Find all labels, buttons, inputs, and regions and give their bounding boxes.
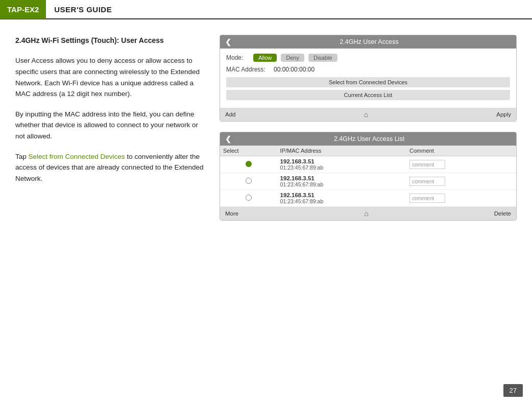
- mode-row: Mode: Allow Deny Disable: [226, 54, 510, 62]
- page-number: 27: [503, 384, 523, 397]
- screen1-body: Mode: Allow Deny Disable MAC Address: 00…: [220, 49, 516, 108]
- mac-label: MAC Address:: [226, 66, 270, 73]
- paragraph-2: By inputting the MAC address into the fi…: [15, 109, 204, 142]
- row-ip-mac-1: 192.168.3.5101:23:45:67:89:ab: [277, 173, 406, 190]
- screen2-more-btn[interactable]: More: [225, 210, 238, 217]
- radio-unselected[interactable]: [246, 195, 252, 201]
- ip-address: 192.168.3.51: [280, 192, 403, 198]
- screen1-back-arrow[interactable]: ❮: [225, 38, 231, 46]
- col-ip-mac-header: IP/MAC Address: [277, 146, 406, 156]
- row-ip-mac-0: 192.168.3.5101:23:45:67:89:ab: [277, 156, 406, 173]
- ip-address: 192.168.3.51: [280, 158, 403, 164]
- mac-row: MAC Address: 00:00:00:00:00: [226, 66, 510, 73]
- table-row: 192.168.3.5101:23:45:67:89:ab: [220, 190, 516, 207]
- comment-input-0[interactable]: [409, 160, 445, 169]
- radio-selected[interactable]: [246, 161, 252, 167]
- row-comment-1[interactable]: [406, 173, 516, 190]
- row-select-2[interactable]: [220, 190, 277, 207]
- radio-unselected[interactable]: [246, 178, 252, 184]
- row-ip-mac-2: 192.168.3.5101:23:45:67:89:ab: [277, 190, 406, 207]
- right-panels: ❮ 2.4GHz User Access Mode: Allow Deny Di…: [220, 35, 517, 221]
- screen2-access-list: ❮ 2.4GHz User Access List Select IP/MAC …: [220, 132, 517, 221]
- screen2-body: Select IP/MAC Address Comment 192.168.3.…: [220, 146, 516, 207]
- screen2-header: ❮ 2.4GHz User Access List: [220, 132, 516, 146]
- row-comment-0[interactable]: [406, 156, 516, 173]
- col-select-header: Select: [220, 146, 277, 156]
- screen2-home-icon[interactable]: ⌂: [364, 209, 368, 218]
- row-comment-2[interactable]: [406, 190, 516, 207]
- paragraph-3: Tap Select from Connected Devices to con…: [15, 151, 204, 184]
- mac-address: 01:23:45:67:89:ab: [280, 181, 324, 187]
- select-connected-devices-btn[interactable]: Select from Connected Devices: [226, 77, 510, 87]
- page-header: TAP-EX2 USER'S GUIDE: [0, 0, 532, 19]
- screen1-header: ❮ 2.4GHz User Access: [220, 35, 516, 49]
- paragraph-1: User Access allows you to deny access or…: [15, 55, 204, 99]
- screen1-footer: Add ⌂ Apply: [220, 108, 516, 121]
- comment-input-1[interactable]: [409, 177, 445, 186]
- row-select-0[interactable]: [220, 156, 277, 173]
- mac-address: 01:23:45:67:89:ab: [280, 198, 324, 204]
- mode-label: Mode:: [226, 54, 249, 61]
- current-access-list-btn[interactable]: Current Access List: [226, 90, 510, 100]
- access-list-table: Select IP/MAC Address Comment 192.168.3.…: [220, 146, 516, 207]
- select-devices-link[interactable]: Select from Connected Devices: [29, 153, 125, 160]
- row-select-1[interactable]: [220, 173, 277, 190]
- guide-title: USER'S GUIDE: [46, 5, 112, 14]
- screen2-delete-btn[interactable]: Delete: [494, 210, 511, 217]
- ip-address: 192.168.3.51: [280, 175, 403, 181]
- section-heading: 2.4GHz Wi-Fi Settings (Touch): User Acce…: [15, 35, 204, 46]
- screen1-home-icon[interactable]: ⌂: [364, 110, 368, 118]
- mode-disable-btn[interactable]: Disable: [308, 54, 337, 62]
- screen2-back-arrow[interactable]: ❮: [225, 135, 231, 143]
- mac-value: 00:00:00:00:00: [274, 66, 315, 73]
- table-row: 192.168.3.5101:23:45:67:89:ab: [220, 156, 516, 173]
- mac-address: 01:23:45:67:89:ab: [280, 164, 324, 171]
- col-comment-header: Comment: [406, 146, 516, 156]
- screen1-add-btn[interactable]: Add: [225, 111, 235, 117]
- mode-allow-btn[interactable]: Allow: [253, 54, 277, 62]
- content-area: 2.4GHz Wi-Fi Settings (Touch): User Acce…: [0, 19, 532, 231]
- left-text-column: 2.4GHz Wi-Fi Settings (Touch): User Acce…: [15, 35, 204, 221]
- screen2-footer: More ⌂ Delete: [220, 207, 516, 220]
- comment-input-2[interactable]: [409, 194, 445, 203]
- screen1-apply-btn[interactable]: Apply: [496, 111, 511, 117]
- brand-label: TAP-EX2: [0, 0, 46, 19]
- screen1-user-access: ❮ 2.4GHz User Access Mode: Allow Deny Di…: [220, 35, 517, 122]
- screen2-title: 2.4GHz User Access List: [234, 135, 504, 142]
- screen1-title: 2.4GHz User Access: [234, 38, 504, 45]
- mode-deny-btn[interactable]: Deny: [281, 54, 304, 62]
- table-row: 192.168.3.5101:23:45:67:89:ab: [220, 173, 516, 190]
